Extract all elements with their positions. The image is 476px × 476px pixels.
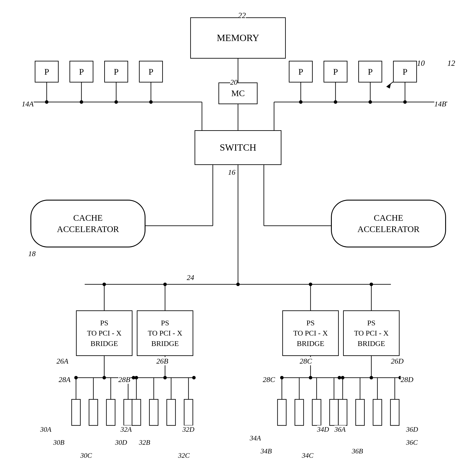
svg-point-17 — [334, 100, 337, 104]
svg-point-39 — [309, 283, 312, 286]
svg-rect-92 — [390, 399, 399, 425]
ref-32c: 32C — [178, 451, 190, 459]
ref-14b: 14B — [434, 100, 446, 108]
ref-30b: 30B — [53, 439, 65, 446]
svg-point-37 — [103, 283, 106, 286]
bridge-26b: PS TO PCI - X BRIDGE — [137, 310, 193, 356]
ref-32d: 32D — [182, 425, 194, 433]
ref-22: 22 — [238, 11, 246, 20]
p-box-right-2: P — [324, 61, 347, 83]
ref-12: 12 — [447, 59, 455, 68]
ref-28d: 28D — [401, 375, 413, 384]
ref-30c: 30C — [80, 451, 92, 459]
ref-34c: 34C — [302, 451, 313, 459]
ref-24: 24 — [187, 273, 194, 282]
svg-point-56 — [135, 376, 138, 379]
svg-point-31 — [236, 283, 240, 286]
ref-32a: 32A — [121, 425, 132, 433]
svg-point-19 — [403, 100, 407, 104]
switch-box: SWITCH — [194, 130, 282, 165]
svg-rect-79 — [330, 399, 338, 425]
svg-point-9 — [114, 100, 118, 104]
ref-14a: 14A — [22, 100, 34, 108]
svg-rect-53 — [124, 399, 132, 425]
p-box-right-3: P — [358, 61, 382, 83]
diagram: MEMORY 22 MC 20 P P P P P P P P 14A 14B … — [0, 0, 476, 476]
svg-point-82 — [341, 376, 344, 379]
svg-rect-76 — [278, 399, 286, 425]
ref-16: 16 — [228, 168, 235, 176]
svg-rect-77 — [295, 399, 304, 425]
svg-point-8 — [80, 100, 83, 104]
p-box-left-2: P — [70, 61, 93, 83]
svg-rect-66 — [184, 399, 193, 425]
p-box-left-4: P — [139, 61, 163, 83]
svg-point-45 — [132, 376, 135, 379]
ref-36b: 36B — [352, 447, 363, 455]
p-box-left-3: P — [104, 61, 128, 83]
cache-accelerator-right: CACHE ACCELERATOR — [331, 200, 446, 247]
ref-26d: 26D — [391, 357, 404, 365]
ref-26b: 26B — [156, 357, 168, 365]
p-box-right-4: P — [393, 61, 417, 83]
svg-point-58 — [192, 376, 196, 379]
ref-20: 20 — [230, 78, 238, 86]
bridge-28c: PS TO PCI - X BRIDGE — [282, 310, 339, 356]
svg-point-71 — [338, 376, 341, 379]
bridge-26d: PS TO PCI - X BRIDGE — [343, 310, 400, 356]
svg-rect-65 — [167, 399, 176, 425]
svg-point-7 — [45, 100, 48, 104]
svg-rect-90 — [356, 399, 364, 425]
ref-28a: 28A — [59, 375, 71, 384]
p-box-left-1: P — [35, 61, 59, 83]
svg-point-70 — [309, 376, 312, 379]
svg-point-43 — [74, 376, 78, 379]
svg-rect-91 — [373, 399, 382, 425]
ref-28b: 28B — [118, 375, 130, 384]
svg-point-18 — [369, 100, 372, 104]
svg-point-38 — [163, 283, 167, 286]
ref-28c: 28C — [263, 375, 275, 384]
bridge-26a: PS TO PCI - X BRIDGE — [76, 310, 132, 356]
svg-rect-51 — [89, 399, 98, 425]
ref-36c: 36C — [406, 439, 418, 446]
svg-point-69 — [280, 376, 283, 379]
ref-32b: 32B — [139, 439, 150, 446]
ref-34d: 34D — [317, 425, 329, 433]
ref-30d: 30D — [115, 439, 127, 446]
svg-marker-94 — [387, 84, 391, 88]
ref-28c-bridge: 28C — [300, 357, 312, 365]
ref-36a: 36A — [335, 425, 346, 433]
ref-34b: 34B — [261, 447, 272, 455]
svg-point-16 — [299, 100, 302, 104]
ref-34a: 34A — [250, 434, 261, 442]
svg-point-40 — [370, 283, 373, 286]
ref-26a: 26A — [56, 357, 68, 365]
svg-rect-78 — [312, 399, 321, 425]
svg-rect-63 — [132, 399, 141, 425]
mc-box: MC — [218, 83, 258, 104]
svg-point-10 — [149, 100, 153, 104]
ref-30a: 30A — [40, 425, 52, 433]
svg-rect-64 — [149, 399, 158, 425]
cache-accelerator-left: CACHE ACCELERATOR — [30, 200, 145, 247]
svg-point-44 — [103, 376, 106, 379]
svg-point-57 — [163, 376, 167, 379]
p-box-right-1: P — [289, 61, 313, 83]
memory-box: MEMORY — [190, 17, 286, 59]
ref-18: 18 — [28, 250, 35, 258]
svg-point-83 — [370, 376, 373, 379]
ref-10: 10 — [417, 59, 425, 68]
svg-rect-50 — [72, 399, 80, 425]
svg-rect-52 — [106, 399, 115, 425]
ref-36d: 36D — [406, 425, 418, 433]
svg-rect-89 — [338, 399, 347, 425]
